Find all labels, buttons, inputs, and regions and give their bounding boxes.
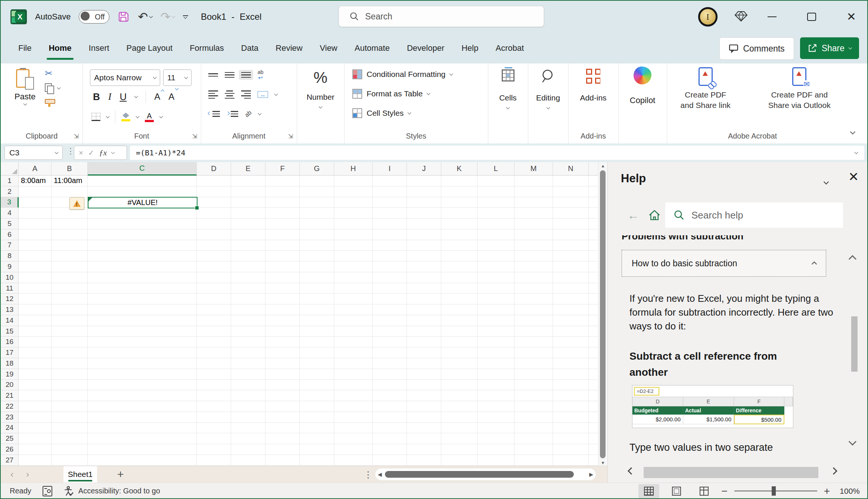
cell-E14[interactable] — [231, 315, 265, 326]
cell-L23[interactable] — [477, 412, 514, 423]
save-button[interactable] — [118, 11, 130, 23]
cell-C13[interactable] — [88, 304, 197, 315]
cell-N20[interactable] — [553, 380, 589, 391]
autosave-toggle[interactable]: Off — [79, 10, 109, 24]
expand-formula-bar-icon[interactable] — [855, 150, 858, 154]
bottom-align-button[interactable] — [239, 70, 253, 80]
sheet-tab-sheet1[interactable]: Sheet1 — [63, 466, 97, 483]
tab-file[interactable]: File — [10, 33, 40, 63]
cell-H23[interactable] — [334, 412, 373, 423]
row-header-5[interactable]: 5 — [1, 218, 19, 229]
cell-D21[interactable] — [197, 390, 231, 401]
font-color-dropdown-icon[interactable] — [159, 114, 163, 118]
cell-H26[interactable] — [334, 444, 373, 455]
cell-K17[interactable] — [441, 347, 477, 358]
select-all-corner[interactable] — [1, 162, 19, 176]
cell-A11[interactable] — [19, 283, 52, 294]
cell-A7[interactable] — [19, 240, 52, 251]
column-header-N[interactable]: N — [553, 162, 589, 176]
cell-L4[interactable] — [477, 208, 514, 218]
cell-K3[interactable] — [441, 197, 477, 208]
number-group[interactable]: % Number — [297, 63, 345, 143]
column-header-B[interactable]: B — [52, 162, 88, 176]
cell-M2[interactable] — [514, 186, 553, 197]
cell-J13[interactable] — [407, 304, 441, 315]
cell-C22[interactable] — [88, 401, 197, 412]
cell-D14[interactable] — [197, 315, 231, 326]
cell-G6[interactable] — [300, 229, 334, 240]
cell-B8[interactable] — [52, 251, 88, 261]
help-accordion-basic-subtraction[interactable]: How to do basic subtraction — [622, 250, 826, 277]
help-horizontal-scrollbar[interactable] — [644, 467, 818, 478]
cell-F27[interactable] — [265, 455, 300, 466]
cell-J18[interactable] — [407, 358, 441, 369]
cell-G22[interactable] — [300, 401, 334, 412]
cancel-entry-button[interactable]: × — [79, 149, 83, 156]
cell-partial-12[interactable] — [589, 294, 598, 304]
cell-M12[interactable] — [514, 294, 553, 304]
cell-F10[interactable] — [265, 272, 300, 283]
cell-J19[interactable] — [407, 369, 441, 380]
cell-B15[interactable] — [52, 326, 88, 337]
avatar[interactable]: I — [698, 7, 718, 27]
cell-E15[interactable] — [231, 326, 265, 337]
merge-dropdown-icon[interactable] — [274, 92, 278, 96]
formula-bar-drag-handle[interactable]: ⋮ — [66, 146, 75, 156]
cell-N22[interactable] — [553, 401, 589, 412]
cell-M8[interactable] — [514, 251, 553, 261]
cell-E1[interactable] — [231, 176, 265, 186]
cell-H11[interactable] — [334, 283, 373, 294]
help-scroll-right-icon[interactable] — [831, 468, 836, 475]
cell-I12[interactable] — [373, 294, 407, 304]
column-header-J[interactable]: J — [407, 162, 441, 176]
vertical-scrollbar[interactable]: ▲ ▼ — [598, 162, 607, 466]
cell-M19[interactable] — [514, 369, 553, 380]
cell-D23[interactable] — [197, 412, 231, 423]
cell-partial-5[interactable] — [589, 218, 598, 229]
cell-G19[interactable] — [300, 369, 334, 380]
cell-E13[interactable] — [231, 304, 265, 315]
cell-H24[interactable] — [334, 423, 373, 434]
cell-B9[interactable] — [52, 261, 88, 272]
help-scroll-up-icon[interactable] — [850, 255, 855, 263]
row-header-6[interactable]: 6 — [1, 229, 19, 240]
row-header-7[interactable]: 7 — [1, 240, 19, 251]
cell-N26[interactable] — [553, 444, 589, 455]
cell-I14[interactable] — [373, 315, 407, 326]
italic-button[interactable]: I — [108, 91, 112, 102]
error-trace-button[interactable] — [69, 197, 84, 210]
row-header-12[interactable]: 12 — [1, 294, 19, 304]
accessibility-status[interactable]: Accessibility: Good to go — [63, 486, 160, 496]
column-header-H[interactable]: H — [334, 162, 373, 176]
scroll-right-icon[interactable]: ▶ — [586, 471, 596, 477]
help-search-box[interactable]: Search help — [665, 202, 843, 228]
cell-A17[interactable] — [19, 347, 52, 358]
cell-D27[interactable] — [197, 455, 231, 466]
cell-L20[interactable] — [477, 380, 514, 391]
confirm-entry-button[interactable]: ✓ — [88, 149, 94, 156]
cell-I13[interactable] — [373, 304, 407, 315]
cell-L1[interactable] — [477, 176, 514, 186]
cell-H1[interactable] — [334, 176, 373, 186]
cell-G15[interactable] — [300, 326, 334, 337]
cell-A3[interactable] — [19, 197, 52, 208]
cell-G8[interactable] — [300, 251, 334, 261]
cell-L18[interactable] — [477, 358, 514, 369]
cell-F6[interactable] — [265, 229, 300, 240]
cell-D24[interactable] — [197, 423, 231, 434]
cell-L27[interactable] — [477, 455, 514, 466]
cell-N1[interactable] — [553, 176, 589, 186]
cell-E2[interactable] — [231, 186, 265, 197]
cell-J23[interactable] — [407, 412, 441, 423]
cell-partial-13[interactable] — [589, 304, 598, 315]
cell-L13[interactable] — [477, 304, 514, 315]
cell-L12[interactable] — [477, 294, 514, 304]
cell-N25[interactable] — [553, 433, 589, 444]
cell-partial-3[interactable] — [589, 197, 598, 208]
cell-C8[interactable] — [88, 251, 197, 261]
cell-N11[interactable] — [553, 283, 589, 294]
cut-button[interactable]: ✂ — [45, 69, 53, 78]
cell-F7[interactable] — [265, 240, 300, 251]
zoom-level[interactable]: 100% — [837, 487, 860, 496]
cell-M21[interactable] — [514, 390, 553, 401]
